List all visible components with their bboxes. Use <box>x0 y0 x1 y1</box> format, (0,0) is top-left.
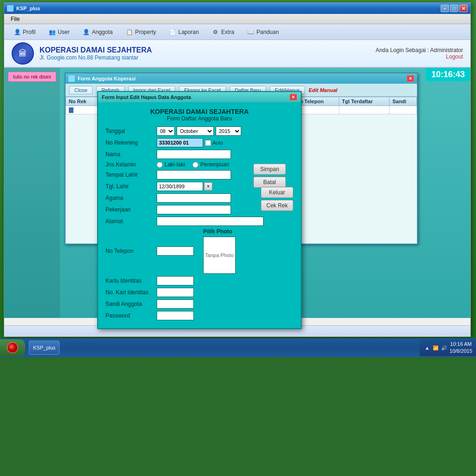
taskbar-tray: ▲ 📶 🔊 10:16 AM 10/8/2015 <box>420 339 476 356</box>
inner-close-button[interactable]: ✕ <box>407 75 414 82</box>
keluar-button[interactable]: Keluar <box>261 187 293 198</box>
agama-label: Agama <box>106 195 157 201</box>
titlebar-controls: − □ ✕ <box>441 5 468 12</box>
panduan-icon: 📖 <box>247 28 255 36</box>
close-button[interactable]: Close <box>69 86 93 94</box>
taskbar-items: KSP_plus <box>27 341 420 355</box>
laki-radio[interactable] <box>157 162 163 168</box>
cek-rek-button[interactable]: Cek Rek <box>261 200 293 211</box>
modal-dialog: Form Input Edit Hapus Data Anggota ✕ KOP… <box>97 91 302 329</box>
nav-anggota[interactable]: 👤 Anggota <box>77 26 119 38</box>
app-content: tulis no rek disini 10:16:43 Form Anggot… <box>4 68 470 318</box>
laporan-icon: 📄 <box>169 28 177 36</box>
clock-display: 10:16:43 <box>426 68 470 81</box>
alamat-input[interactable] <box>157 217 264 226</box>
tgl-lahir-label: Tgl. Lahir <box>106 183 157 190</box>
kartu-id-input[interactable] <box>157 276 194 285</box>
password-label: Password <box>106 312 157 319</box>
photo-section: Pilih Photo Tanpa Photo <box>203 228 236 274</box>
password-input[interactable] <box>157 311 194 320</box>
sandi-row: Sandi Anggota <box>106 299 293 309</box>
perempuan-radio[interactable] <box>192 162 198 168</box>
minimize-button[interactable]: − <box>441 5 449 12</box>
alamat-row: Alamat <box>106 217 293 226</box>
no-rek-input[interactable] <box>157 138 203 147</box>
jns-kelamin-label: Jns Kelamin <box>106 161 157 168</box>
nama-input[interactable] <box>157 150 231 159</box>
laki-radio-item: Laki-laki <box>157 161 185 168</box>
modal-header: KOPERASI DAMAI SEJAHTERA Form Daftar Ang… <box>106 108 293 122</box>
simpan-button[interactable]: Simpan <box>253 164 286 175</box>
edit-manual-button[interactable]: Edit Manual <box>309 87 337 93</box>
tray-icon-volume: 🔊 <box>440 344 448 351</box>
batal-button[interactable]: Batal <box>253 177 286 188</box>
tgl-lahir-input[interactable] <box>157 182 203 191</box>
nav-extra[interactable]: ⚙ Extra <box>206 26 240 38</box>
col-no-rek: No Rek <box>66 97 99 106</box>
taskbar-date-value: 10/8/2015 <box>450 348 472 355</box>
anggota-icon: 👤 <box>83 28 90 36</box>
tray-icon-1: ▲ <box>423 344 431 351</box>
no-kartu-label: No. Kart Identitas <box>106 289 157 296</box>
org-info: KOPERASI DAMAI SEJAHTERA Jl. Google.com … <box>40 46 152 61</box>
property-icon: 📋 <box>126 28 133 36</box>
pekerjaan-label: Pekerjaan <box>106 206 157 213</box>
left-panel: tulis no rek disini <box>4 68 60 318</box>
app-titlebar: KSP_plus − □ ✕ <box>4 3 470 14</box>
tempat-lahir-label: Tempat Lahir <box>106 172 157 178</box>
tanggal-month-select[interactable]: October <box>177 126 214 136</box>
app-navbar: 👤 Profil 👥 User 👤 Anggota 📋 Property 📄 L… <box>4 24 470 40</box>
inner-window-title: Form Anggota Koperasi <box>78 76 136 81</box>
cell-no-rek <box>66 106 99 114</box>
menu-file[interactable]: File <box>6 15 24 23</box>
app-close-button[interactable]: ✕ <box>459 5 468 12</box>
extra-icon: ⚙ <box>212 28 219 36</box>
no-telp-row: No Telepon Pilih Photo Tanpa Photo <box>106 228 293 274</box>
tanggal-year-select[interactable]: 2015 <box>216 126 241 136</box>
no-telp-input[interactable] <box>157 246 194 256</box>
nav-profil[interactable]: 👤 Profil <box>8 26 41 38</box>
date-row: 08 October 2015 <box>157 126 241 136</box>
auto-check[interactable] <box>205 140 211 146</box>
photo-box[interactable]: Tanpa Photo <box>203 237 236 274</box>
org-logo: 🏛 <box>12 42 34 65</box>
logout-button[interactable]: Logout <box>376 53 463 60</box>
nav-panduan[interactable]: 📖 Panduan <box>242 26 284 38</box>
tempat-lahir-input[interactable] <box>157 170 231 179</box>
modal-org-name: KOPERASI DAMAI SEJAHTERA <box>106 108 293 115</box>
tanggal-row: Tanggal 08 October 2015 <box>106 126 293 136</box>
taskbar-app-item[interactable]: KSP_plus <box>29 341 60 355</box>
no-kartu-input[interactable] <box>157 288 194 297</box>
search-rec-button[interactable]: tulis no rek disini <box>8 72 56 82</box>
modal-close-button[interactable]: ✕ <box>290 94 297 100</box>
alamat-label: Alamat <box>106 218 157 225</box>
maximize-button[interactable]: □ <box>450 5 458 12</box>
perempuan-radio-item: Perempuan <box>192 161 229 168</box>
header-user-info: Anda Login Sebagai : Administrator Logou… <box>376 47 463 60</box>
nav-property[interactable]: 📋 Property <box>120 26 161 38</box>
tanggal-day-select[interactable]: 08 <box>157 126 175 136</box>
nama-row: Nama <box>106 150 293 159</box>
agama-input[interactable] <box>157 193 231 203</box>
inner-window-icon <box>68 75 75 82</box>
start-button[interactable] <box>0 339 25 356</box>
sandi-input[interactable] <box>157 299 194 309</box>
user-icon: 👥 <box>48 28 56 36</box>
app-header: 🏛 KOPERASI DAMAI SEJAHTERA Jl. Google.co… <box>4 40 470 68</box>
profil-icon: 👤 <box>13 28 21 36</box>
modal-form-subtitle: Form Daftar Anggota Baru <box>106 115 293 122</box>
no-rek-row: No Rekening Auto <box>106 138 293 147</box>
calendar-icon[interactable]: ▼ <box>204 182 212 191</box>
pekerjaan-input[interactable] <box>157 205 231 214</box>
photo-label: Pilih Photo <box>203 228 236 235</box>
taskbar-time: 10:16 AM 10/8/2015 <box>450 341 472 355</box>
taskbar-item-label: KSP_plus <box>33 345 55 350</box>
col-sandi: Sandi <box>390 97 417 106</box>
no-kartu-row: No. Kart Identitas <box>106 288 293 297</box>
modal-title: Form Input Edit Hapus Data Anggota <box>102 94 191 100</box>
cell-sandi <box>390 106 417 114</box>
below-desktop <box>0 357 476 476</box>
action-buttons: Simpan Batal <box>253 164 286 188</box>
nav-user[interactable]: 👥 User <box>43 26 75 38</box>
nav-laporan[interactable]: 📄 Laporan <box>164 26 205 38</box>
